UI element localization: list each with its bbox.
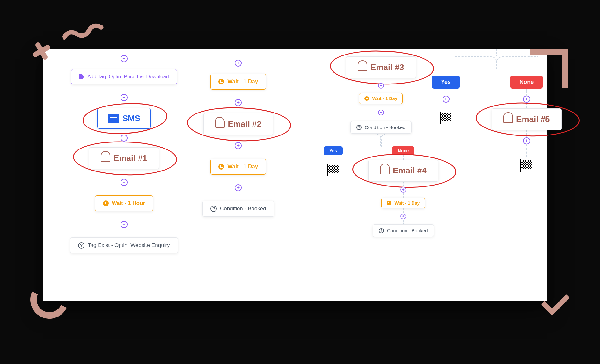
wait-node[interactable]: Wait - 1 Day (210, 74, 266, 90)
tag-icon (79, 74, 84, 79)
wait-node[interactable]: Wait - 1 Day (210, 159, 266, 175)
add-step-button[interactable]: + (235, 60, 242, 67)
add-step-button[interactable]: + (235, 99, 242, 106)
clock-icon (218, 164, 224, 170)
finish-flag-icon (521, 160, 532, 169)
branch-split (349, 134, 413, 146)
node-label: Add Tag: Optin: Price List Download (87, 74, 169, 80)
add-step-button[interactable]: + (235, 184, 242, 191)
clock-icon (218, 79, 224, 84)
condition-node[interactable]: ? Condition - Booked (350, 121, 412, 134)
add-step-button[interactable]: + (378, 83, 384, 89)
node-label: Wait - 1 Day (394, 200, 420, 206)
wait-node[interactable]: Wait - 1 Hour (95, 195, 153, 211)
condition-node[interactable]: ? Condition - Booked (202, 201, 274, 217)
mail-icon (503, 116, 513, 123)
question-icon: ? (379, 228, 384, 233)
add-step-button[interactable]: + (400, 214, 406, 219)
node-label: Wait - 1 Day (227, 164, 258, 170)
sms-icon (108, 114, 119, 123)
workflow-canvas: + Add Tag: Optin: Price List Download + … (43, 49, 547, 301)
workflow-column-2: + Wait - 1 Day + Email #2 + Wait - 1 Day… (202, 49, 274, 217)
add-step-button[interactable]: + (378, 110, 384, 115)
add-step-button[interactable]: + (523, 137, 530, 144)
finish-flag-icon (441, 113, 451, 121)
node-label: Wait - 1 Day (227, 78, 258, 85)
add-step-button[interactable]: + (121, 55, 128, 62)
wait-node[interactable]: Wait - 1 Day (359, 93, 403, 104)
add-step-button[interactable]: + (235, 142, 242, 149)
mail-icon (358, 64, 367, 71)
question-icon: ? (356, 125, 362, 130)
node-label: Condition - Booked (387, 228, 428, 233)
mail-icon (215, 121, 225, 128)
node-label: Tag Exist - Optin: Website Enquiry (88, 242, 170, 249)
branch-split (455, 56, 538, 76)
branch-yes[interactable]: Yes (324, 146, 343, 155)
condition-node[interactable]: ? Condition - Booked (373, 224, 434, 237)
squiggle-decoration (61, 18, 108, 47)
wait-node[interactable]: Wait - 1 Day (381, 198, 425, 208)
mail-icon (380, 167, 390, 174)
add-step-button[interactable]: + (443, 96, 450, 103)
node-label: Condition - Booked (220, 206, 266, 212)
clock-icon (103, 200, 109, 206)
node-label: Wait - 1 Day (372, 96, 397, 101)
mail-icon (101, 155, 110, 162)
workflow-column-3: Email #3 + Wait - 1 Day + ? Condition - … (324, 49, 438, 237)
add-step-button[interactable]: + (121, 135, 128, 142)
node-label: Wait - 1 Hour (112, 200, 145, 207)
tag-exist-node[interactable]: ? Tag Exist - Optin: Website Enquiry (70, 237, 178, 253)
add-step-button[interactable]: + (121, 221, 128, 228)
add-step-button[interactable]: + (523, 96, 530, 103)
clock-icon (364, 96, 369, 101)
workflow-column-1: + Add Tag: Optin: Price List Download + … (70, 49, 178, 253)
branch-yes[interactable]: Yes (432, 76, 460, 89)
question-icon: ? (210, 206, 217, 212)
question-icon: ? (78, 242, 84, 249)
add-step-button[interactable]: + (121, 179, 128, 186)
square-bracket-decoration (530, 49, 568, 88)
node-label: Condition - Booked (365, 125, 406, 130)
clock-icon (387, 201, 391, 205)
finish-flag-icon (328, 165, 339, 173)
add-step-button[interactable]: + (400, 187, 406, 193)
add-tag-node[interactable]: Add Tag: Optin: Price List Download (71, 69, 177, 84)
add-step-button[interactable]: + (121, 94, 128, 101)
